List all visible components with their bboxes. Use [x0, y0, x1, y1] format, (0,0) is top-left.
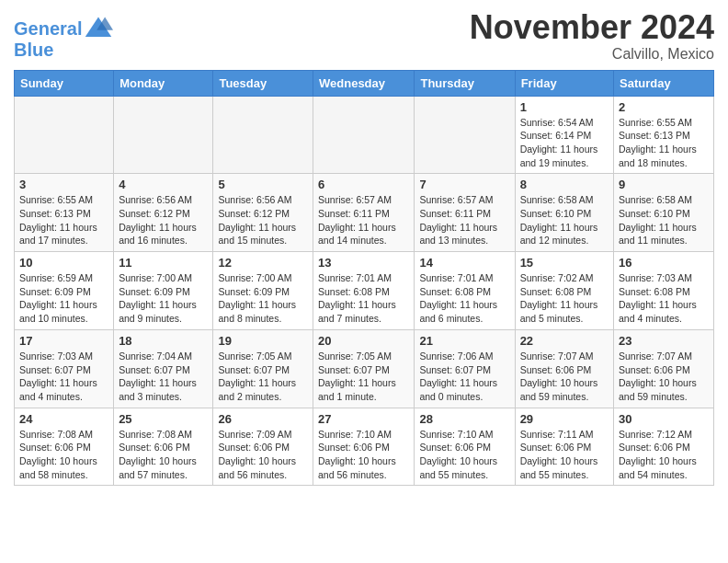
day-info: Sunrise: 7:07 AMSunset: 6:06 PMDaylight:…: [619, 350, 709, 404]
calendar-day-cell: 26Sunrise: 7:09 AMSunset: 6:06 PMDayligh…: [213, 408, 313, 486]
title-area: November 2024 Calvillo, Mexico: [470, 9, 714, 63]
day-number: 23: [619, 334, 709, 348]
calendar-day-cell: 29Sunrise: 7:11 AMSunset: 6:06 PMDayligh…: [515, 408, 613, 486]
day-number: 30: [619, 412, 709, 426]
day-info: Sunrise: 7:01 AMSunset: 6:08 PMDaylight:…: [318, 271, 409, 326]
day-number: 13: [318, 256, 409, 270]
day-info: Sunrise: 7:03 AMSunset: 6:07 PMDaylight:…: [19, 350, 108, 404]
day-info: Sunrise: 7:00 AMSunset: 6:09 PMDaylight:…: [218, 271, 308, 326]
day-number: 10: [19, 256, 108, 270]
logo-text: General: [14, 18, 82, 39]
day-number: 28: [419, 412, 509, 426]
calendar-day-cell: 22Sunrise: 7:07 AMSunset: 6:06 PMDayligh…: [515, 329, 613, 408]
day-number: 5: [218, 178, 308, 191]
day-info: Sunrise: 7:07 AMSunset: 6:06 PMDaylight:…: [520, 350, 609, 404]
day-number: 1: [520, 100, 609, 114]
calendar-day-cell: [114, 96, 213, 174]
calendar-day-header: Sunday: [15, 70, 114, 96]
day-number: 18: [119, 334, 208, 348]
calendar: SundayMondayTuesdayWednesdayThursdayFrid…: [14, 70, 714, 487]
day-number: 21: [419, 334, 509, 348]
calendar-day-cell: 8Sunrise: 6:58 AMSunset: 6:10 PMDaylight…: [515, 174, 613, 252]
calendar-week-row: 1Sunrise: 6:54 AMSunset: 6:14 PMDaylight…: [15, 96, 714, 174]
calendar-day-cell: [415, 96, 515, 174]
calendar-day-header: Saturday: [614, 70, 714, 96]
day-info: Sunrise: 6:54 AMSunset: 6:14 PMDaylight:…: [520, 116, 609, 170]
day-number: 6: [318, 178, 409, 191]
calendar-day-header: Wednesday: [313, 70, 415, 96]
calendar-day-cell: 30Sunrise: 7:12 AMSunset: 6:06 PMDayligh…: [614, 408, 714, 486]
calendar-day-header: Thursday: [415, 70, 515, 96]
day-info: Sunrise: 7:11 AMSunset: 6:06 PMDaylight:…: [520, 428, 609, 482]
calendar-day-cell: 3Sunrise: 6:55 AMSunset: 6:13 PMDaylight…: [15, 174, 114, 252]
calendar-day-cell: 25Sunrise: 7:08 AMSunset: 6:06 PMDayligh…: [114, 408, 213, 486]
calendar-day-cell: 6Sunrise: 6:57 AMSunset: 6:11 PMDaylight…: [313, 174, 415, 252]
day-number: 4: [119, 178, 208, 191]
day-info: Sunrise: 7:10 AMSunset: 6:06 PMDaylight:…: [318, 428, 409, 482]
calendar-day-cell: 18Sunrise: 7:04 AMSunset: 6:07 PMDayligh…: [114, 329, 213, 408]
day-info: Sunrise: 6:57 AMSunset: 6:11 PMDaylight:…: [419, 193, 509, 247]
calendar-day-cell: 27Sunrise: 7:10 AMSunset: 6:06 PMDayligh…: [313, 408, 415, 486]
day-info: Sunrise: 7:01 AMSunset: 6:08 PMDaylight:…: [419, 271, 509, 326]
calendar-day-cell: 28Sunrise: 7:10 AMSunset: 6:06 PMDayligh…: [415, 408, 515, 486]
day-number: 22: [520, 334, 609, 348]
day-info: Sunrise: 6:56 AMSunset: 6:12 PMDaylight:…: [218, 193, 308, 247]
day-info: Sunrise: 6:56 AMSunset: 6:12 PMDaylight:…: [119, 193, 208, 247]
calendar-week-row: 17Sunrise: 7:03 AMSunset: 6:07 PMDayligh…: [15, 329, 714, 408]
calendar-day-cell: 10Sunrise: 6:59 AMSunset: 6:09 PMDayligh…: [15, 252, 114, 330]
calendar-day-header: Tuesday: [213, 70, 313, 96]
day-number: 17: [19, 334, 108, 348]
location: Calvillo, Mexico: [470, 46, 714, 63]
day-number: 16: [619, 256, 709, 270]
day-info: Sunrise: 7:12 AMSunset: 6:06 PMDaylight:…: [619, 428, 709, 482]
day-info: Sunrise: 7:06 AMSunset: 6:07 PMDaylight:…: [419, 350, 509, 404]
day-number: 24: [19, 412, 108, 426]
calendar-day-cell: 23Sunrise: 7:07 AMSunset: 6:06 PMDayligh…: [614, 329, 714, 408]
logo-icon: [84, 14, 113, 43]
day-info: Sunrise: 6:55 AMSunset: 6:13 PMDaylight:…: [619, 116, 709, 170]
day-number: 12: [218, 256, 308, 270]
calendar-week-row: 3Sunrise: 6:55 AMSunset: 6:13 PMDaylight…: [15, 174, 714, 252]
day-number: 26: [218, 412, 308, 426]
day-info: Sunrise: 6:57 AMSunset: 6:11 PMDaylight:…: [318, 193, 409, 247]
calendar-day-cell: 11Sunrise: 7:00 AMSunset: 6:09 PMDayligh…: [114, 252, 213, 330]
day-number: 14: [419, 256, 509, 270]
calendar-day-cell: 24Sunrise: 7:08 AMSunset: 6:06 PMDayligh…: [15, 408, 114, 486]
calendar-day-cell: [15, 96, 114, 174]
day-number: 25: [119, 412, 208, 426]
calendar-day-cell: 7Sunrise: 6:57 AMSunset: 6:11 PMDaylight…: [415, 174, 515, 252]
calendar-week-row: 24Sunrise: 7:08 AMSunset: 6:06 PMDayligh…: [15, 408, 714, 486]
calendar-day-header: Friday: [515, 70, 613, 96]
day-info: Sunrise: 7:08 AMSunset: 6:06 PMDaylight:…: [19, 428, 108, 482]
calendar-day-header: Monday: [114, 70, 213, 96]
day-number: 9: [619, 178, 709, 191]
day-number: 29: [520, 412, 609, 426]
day-info: Sunrise: 6:59 AMSunset: 6:09 PMDaylight:…: [19, 271, 108, 326]
day-info: Sunrise: 6:55 AMSunset: 6:13 PMDaylight:…: [19, 193, 108, 247]
calendar-day-cell: [213, 96, 313, 174]
day-info: Sunrise: 7:00 AMSunset: 6:09 PMDaylight:…: [119, 271, 208, 326]
calendar-day-cell: 16Sunrise: 7:03 AMSunset: 6:08 PMDayligh…: [614, 252, 714, 330]
calendar-day-cell: 2Sunrise: 6:55 AMSunset: 6:13 PMDaylight…: [614, 96, 714, 174]
calendar-day-cell: 9Sunrise: 6:58 AMSunset: 6:10 PMDaylight…: [614, 174, 714, 252]
day-number: 19: [218, 334, 308, 348]
calendar-day-cell: 14Sunrise: 7:01 AMSunset: 6:08 PMDayligh…: [415, 252, 515, 330]
day-number: 2: [619, 100, 709, 114]
month-title: November 2024: [470, 9, 714, 46]
page: General Blue November 2024 Calvillo, Mex…: [0, 0, 728, 500]
day-number: 11: [119, 256, 208, 270]
day-number: 15: [520, 256, 609, 270]
calendar-day-cell: 20Sunrise: 7:05 AMSunset: 6:07 PMDayligh…: [313, 329, 415, 408]
day-info: Sunrise: 7:04 AMSunset: 6:07 PMDaylight:…: [119, 350, 208, 404]
calendar-week-row: 10Sunrise: 6:59 AMSunset: 6:09 PMDayligh…: [15, 252, 714, 330]
day-info: Sunrise: 7:03 AMSunset: 6:08 PMDaylight:…: [619, 271, 709, 326]
logo: General Blue: [14, 14, 113, 61]
calendar-day-cell: 15Sunrise: 7:02 AMSunset: 6:08 PMDayligh…: [515, 252, 613, 330]
header: General Blue November 2024 Calvillo, Mex…: [14, 9, 714, 63]
calendar-day-cell: 4Sunrise: 6:56 AMSunset: 6:12 PMDaylight…: [114, 174, 213, 252]
day-info: Sunrise: 7:05 AMSunset: 6:07 PMDaylight:…: [318, 350, 409, 404]
calendar-day-cell: 5Sunrise: 6:56 AMSunset: 6:12 PMDaylight…: [213, 174, 313, 252]
day-info: Sunrise: 7:10 AMSunset: 6:06 PMDaylight:…: [419, 428, 509, 482]
calendar-day-cell: 1Sunrise: 6:54 AMSunset: 6:14 PMDaylight…: [515, 96, 613, 174]
day-number: 20: [318, 334, 409, 348]
